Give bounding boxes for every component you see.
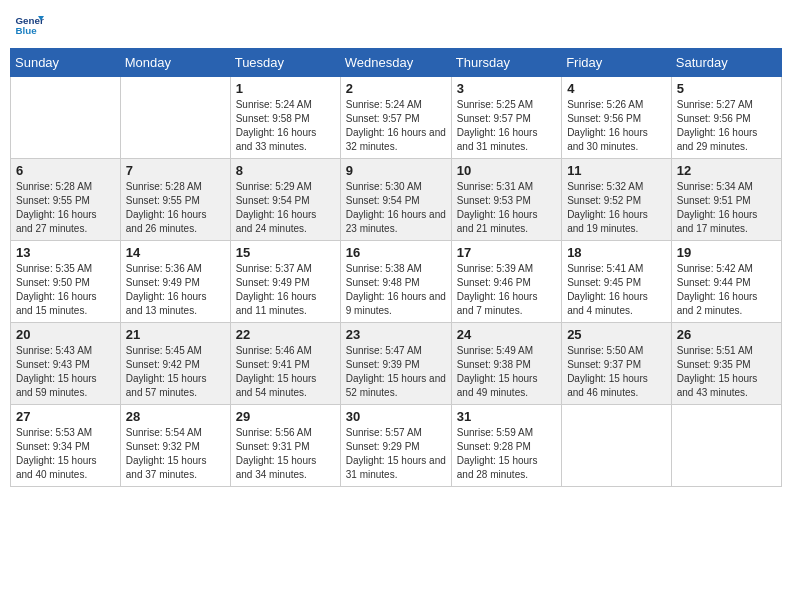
day-detail: Sunrise: 5:41 AM Sunset: 9:45 PM Dayligh… — [567, 262, 666, 318]
calendar-cell: 8Sunrise: 5:29 AM Sunset: 9:54 PM Daylig… — [230, 159, 340, 241]
calendar-cell: 28Sunrise: 5:54 AM Sunset: 9:32 PM Dayli… — [120, 405, 230, 487]
svg-text:Blue: Blue — [16, 25, 38, 36]
day-number: 15 — [236, 245, 335, 260]
day-number: 3 — [457, 81, 556, 96]
day-detail: Sunrise: 5:46 AM Sunset: 9:41 PM Dayligh… — [236, 344, 335, 400]
calendar-cell: 22Sunrise: 5:46 AM Sunset: 9:41 PM Dayli… — [230, 323, 340, 405]
page-header: General Blue — [10, 10, 782, 40]
day-number: 8 — [236, 163, 335, 178]
logo-icon: General Blue — [14, 10, 44, 40]
day-number: 24 — [457, 327, 556, 342]
calendar-week-row: 1Sunrise: 5:24 AM Sunset: 9:58 PM Daylig… — [11, 77, 782, 159]
calendar-cell: 27Sunrise: 5:53 AM Sunset: 9:34 PM Dayli… — [11, 405, 121, 487]
day-detail: Sunrise: 5:36 AM Sunset: 9:49 PM Dayligh… — [126, 262, 225, 318]
day-number: 6 — [16, 163, 115, 178]
day-detail: Sunrise: 5:26 AM Sunset: 9:56 PM Dayligh… — [567, 98, 666, 154]
calendar-cell: 19Sunrise: 5:42 AM Sunset: 9:44 PM Dayli… — [671, 241, 781, 323]
day-detail: Sunrise: 5:31 AM Sunset: 9:53 PM Dayligh… — [457, 180, 556, 236]
calendar-cell — [120, 77, 230, 159]
day-detail: Sunrise: 5:45 AM Sunset: 9:42 PM Dayligh… — [126, 344, 225, 400]
weekday-header: Monday — [120, 49, 230, 77]
day-detail: Sunrise: 5:42 AM Sunset: 9:44 PM Dayligh… — [677, 262, 776, 318]
day-number: 18 — [567, 245, 666, 260]
day-number: 1 — [236, 81, 335, 96]
day-detail: Sunrise: 5:37 AM Sunset: 9:49 PM Dayligh… — [236, 262, 335, 318]
day-detail: Sunrise: 5:57 AM Sunset: 9:29 PM Dayligh… — [346, 426, 446, 482]
calendar-body: 1Sunrise: 5:24 AM Sunset: 9:58 PM Daylig… — [11, 77, 782, 487]
day-number: 10 — [457, 163, 556, 178]
day-detail: Sunrise: 5:24 AM Sunset: 9:58 PM Dayligh… — [236, 98, 335, 154]
day-detail: Sunrise: 5:56 AM Sunset: 9:31 PM Dayligh… — [236, 426, 335, 482]
day-number: 25 — [567, 327, 666, 342]
calendar-cell: 23Sunrise: 5:47 AM Sunset: 9:39 PM Dayli… — [340, 323, 451, 405]
day-number: 31 — [457, 409, 556, 424]
day-number: 28 — [126, 409, 225, 424]
calendar-week-row: 6Sunrise: 5:28 AM Sunset: 9:55 PM Daylig… — [11, 159, 782, 241]
day-detail: Sunrise: 5:28 AM Sunset: 9:55 PM Dayligh… — [16, 180, 115, 236]
calendar-cell: 21Sunrise: 5:45 AM Sunset: 9:42 PM Dayli… — [120, 323, 230, 405]
day-detail: Sunrise: 5:29 AM Sunset: 9:54 PM Dayligh… — [236, 180, 335, 236]
calendar-cell: 9Sunrise: 5:30 AM Sunset: 9:54 PM Daylig… — [340, 159, 451, 241]
day-detail: Sunrise: 5:27 AM Sunset: 9:56 PM Dayligh… — [677, 98, 776, 154]
weekday-header: Tuesday — [230, 49, 340, 77]
weekday-header: Wednesday — [340, 49, 451, 77]
calendar-cell: 25Sunrise: 5:50 AM Sunset: 9:37 PM Dayli… — [562, 323, 672, 405]
calendar-week-row: 20Sunrise: 5:43 AM Sunset: 9:43 PM Dayli… — [11, 323, 782, 405]
day-detail: Sunrise: 5:35 AM Sunset: 9:50 PM Dayligh… — [16, 262, 115, 318]
day-number: 14 — [126, 245, 225, 260]
day-number: 23 — [346, 327, 446, 342]
calendar-cell: 10Sunrise: 5:31 AM Sunset: 9:53 PM Dayli… — [451, 159, 561, 241]
day-number: 7 — [126, 163, 225, 178]
day-number: 26 — [677, 327, 776, 342]
logo: General Blue — [14, 10, 44, 40]
day-detail: Sunrise: 5:28 AM Sunset: 9:55 PM Dayligh… — [126, 180, 225, 236]
day-number: 30 — [346, 409, 446, 424]
calendar-cell — [11, 77, 121, 159]
day-detail: Sunrise: 5:38 AM Sunset: 9:48 PM Dayligh… — [346, 262, 446, 318]
day-number: 16 — [346, 245, 446, 260]
calendar-cell: 29Sunrise: 5:56 AM Sunset: 9:31 PM Dayli… — [230, 405, 340, 487]
calendar-cell: 24Sunrise: 5:49 AM Sunset: 9:38 PM Dayli… — [451, 323, 561, 405]
day-number: 12 — [677, 163, 776, 178]
calendar-cell: 26Sunrise: 5:51 AM Sunset: 9:35 PM Dayli… — [671, 323, 781, 405]
day-number: 11 — [567, 163, 666, 178]
calendar-cell: 14Sunrise: 5:36 AM Sunset: 9:49 PM Dayli… — [120, 241, 230, 323]
day-number: 22 — [236, 327, 335, 342]
calendar-cell: 11Sunrise: 5:32 AM Sunset: 9:52 PM Dayli… — [562, 159, 672, 241]
day-number: 4 — [567, 81, 666, 96]
calendar-week-row: 27Sunrise: 5:53 AM Sunset: 9:34 PM Dayli… — [11, 405, 782, 487]
day-number: 17 — [457, 245, 556, 260]
calendar-cell — [562, 405, 672, 487]
calendar-cell: 7Sunrise: 5:28 AM Sunset: 9:55 PM Daylig… — [120, 159, 230, 241]
calendar-cell: 20Sunrise: 5:43 AM Sunset: 9:43 PM Dayli… — [11, 323, 121, 405]
day-detail: Sunrise: 5:59 AM Sunset: 9:28 PM Dayligh… — [457, 426, 556, 482]
weekday-header: Sunday — [11, 49, 121, 77]
calendar-table: SundayMondayTuesdayWednesdayThursdayFrid… — [10, 48, 782, 487]
calendar-cell: 16Sunrise: 5:38 AM Sunset: 9:48 PM Dayli… — [340, 241, 451, 323]
day-detail: Sunrise: 5:39 AM Sunset: 9:46 PM Dayligh… — [457, 262, 556, 318]
day-number: 2 — [346, 81, 446, 96]
calendar-cell: 2Sunrise: 5:24 AM Sunset: 9:57 PM Daylig… — [340, 77, 451, 159]
day-detail: Sunrise: 5:30 AM Sunset: 9:54 PM Dayligh… — [346, 180, 446, 236]
day-number: 29 — [236, 409, 335, 424]
day-detail: Sunrise: 5:51 AM Sunset: 9:35 PM Dayligh… — [677, 344, 776, 400]
calendar-cell: 30Sunrise: 5:57 AM Sunset: 9:29 PM Dayli… — [340, 405, 451, 487]
calendar-cell: 12Sunrise: 5:34 AM Sunset: 9:51 PM Dayli… — [671, 159, 781, 241]
day-detail: Sunrise: 5:24 AM Sunset: 9:57 PM Dayligh… — [346, 98, 446, 154]
calendar-cell: 5Sunrise: 5:27 AM Sunset: 9:56 PM Daylig… — [671, 77, 781, 159]
day-detail: Sunrise: 5:43 AM Sunset: 9:43 PM Dayligh… — [16, 344, 115, 400]
day-number: 27 — [16, 409, 115, 424]
weekday-header: Friday — [562, 49, 672, 77]
calendar-cell: 17Sunrise: 5:39 AM Sunset: 9:46 PM Dayli… — [451, 241, 561, 323]
day-detail: Sunrise: 5:54 AM Sunset: 9:32 PM Dayligh… — [126, 426, 225, 482]
day-detail: Sunrise: 5:49 AM Sunset: 9:38 PM Dayligh… — [457, 344, 556, 400]
day-number: 20 — [16, 327, 115, 342]
weekday-header: Thursday — [451, 49, 561, 77]
day-number: 19 — [677, 245, 776, 260]
calendar-cell: 1Sunrise: 5:24 AM Sunset: 9:58 PM Daylig… — [230, 77, 340, 159]
calendar-cell: 3Sunrise: 5:25 AM Sunset: 9:57 PM Daylig… — [451, 77, 561, 159]
day-number: 5 — [677, 81, 776, 96]
calendar-cell: 13Sunrise: 5:35 AM Sunset: 9:50 PM Dayli… — [11, 241, 121, 323]
calendar-cell: 6Sunrise: 5:28 AM Sunset: 9:55 PM Daylig… — [11, 159, 121, 241]
day-detail: Sunrise: 5:53 AM Sunset: 9:34 PM Dayligh… — [16, 426, 115, 482]
